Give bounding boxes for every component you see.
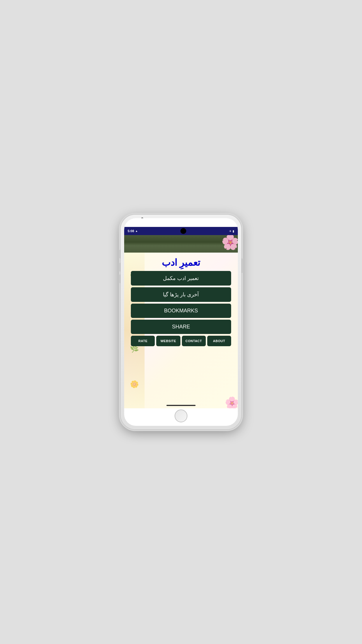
corner-decoration-bottom-right — [223, 394, 238, 408]
app-main: 🌿 🌺 🌿 🌼 تعمیرِ ادب تعمیر ادب مکمل آخری ب… — [124, 253, 238, 408]
alarm-icon: ▲ — [135, 230, 138, 232]
status-bar: 5:08 ▲ ✈ ▮ — [124, 227, 238, 235]
share-button[interactable]: SHARE — [131, 320, 231, 334]
app-content: 🌿 🌺 🌿 🌼 تعمیرِ ادب تعمیر ادب مکمل آخری ب… — [124, 235, 238, 408]
bottom-btn-row: RATE WEBSITE CONTACT ABOUT — [131, 336, 231, 346]
bookmarks-button[interactable]: BOOKMARKS — [131, 304, 231, 318]
status-left: 5:08 ▲ — [128, 229, 138, 233]
home-bar — [166, 405, 196, 406]
status-notch — [180, 228, 186, 234]
status-time: 5:08 — [128, 229, 134, 233]
tamir-complete-button[interactable]: تعمیر ادب مکمل — [131, 271, 231, 286]
app-title: تعمیرِ ادب — [162, 257, 201, 268]
battery-icon: ▮ — [233, 230, 234, 233]
phone-frame: 5:08 ▲ ✈ ▮ 🌿 — [121, 215, 241, 429]
app-title-area: تعمیرِ ادب — [124, 253, 238, 271]
screen: 5:08 ▲ ✈ ▮ 🌿 — [124, 227, 238, 408]
contact-button[interactable]: CONTACT — [182, 336, 206, 346]
app-header — [124, 235, 238, 253]
corner-decoration-top-right — [220, 235, 238, 253]
status-right: ✈ ▮ — [229, 230, 234, 233]
last-read-button[interactable]: آخری بار پڑھا گیا — [131, 287, 231, 302]
rate-button[interactable]: RATE — [131, 336, 155, 346]
home-button[interactable] — [175, 410, 187, 422]
menu-container: تعمیر ادب مکمل آخری بار پڑھا گیا BOOKMAR… — [131, 271, 231, 334]
phone-inner: 5:08 ▲ ✈ ▮ 🌿 — [124, 218, 238, 426]
about-button[interactable]: ABOUT — [207, 336, 231, 346]
airplane-icon: ✈ — [229, 230, 231, 233]
website-button[interactable]: WEBSITE — [156, 336, 180, 346]
floral-pattern-4: 🌼 — [129, 380, 139, 389]
